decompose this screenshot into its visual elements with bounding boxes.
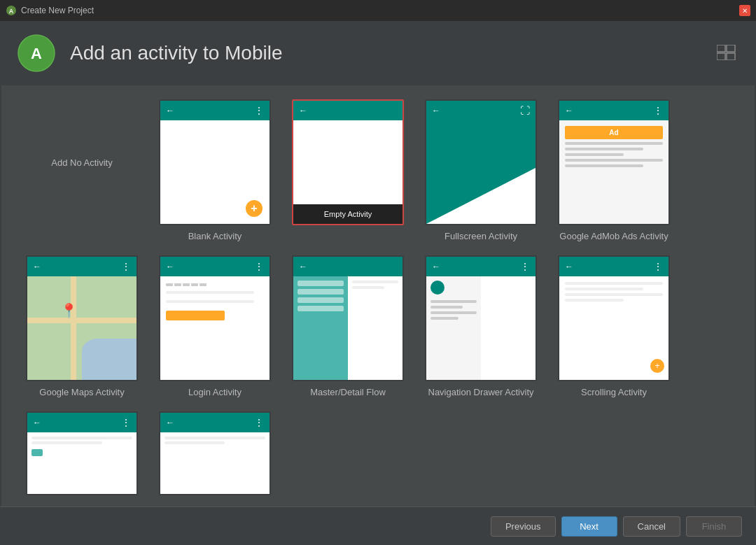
masterdetail-activity-thumb: ←: [292, 255, 404, 381]
navdrawer-activity-thumb: ← ⋮: [425, 255, 537, 381]
login-phone-body: [160, 276, 270, 380]
android-icon: A: [6, 5, 17, 16]
more-options-icon: ⋮: [254, 417, 264, 428]
activity-item-tabbed[interactable]: ← ⋮: [155, 411, 274, 495]
settings-line: [31, 441, 102, 444]
blank-activity-label: Blank Activity: [188, 231, 242, 241]
svg-text:A: A: [31, 45, 42, 62]
activity-item-blank[interactable]: ← ⋮ + Blank Activity: [155, 99, 274, 241]
back-arrow-icon: ←: [299, 106, 307, 115]
tabbed-phone-bar: ← ⋮: [160, 413, 270, 432]
back-arrow-icon: ←: [432, 262, 440, 271]
scrolling-fab: +: [650, 359, 664, 373]
title-bar: A Create New Project ✕: [0, 0, 756, 21]
activity-item-maps[interactable]: ← ⋮ 📍 Google Maps Activity: [22, 255, 141, 397]
activity-item-fullscreen[interactable]: ← ⛶ Fullscreen Activity: [421, 99, 540, 241]
blank-phone-body: +: [160, 120, 270, 224]
tabbed-phone-body: [160, 432, 270, 494]
scrolling-line: [565, 288, 643, 290]
activity-item-no-activity[interactable]: Add No Activity: [22, 99, 141, 241]
main-content: Add No Activity ← ⋮ + Blank Activity ←: [1, 85, 755, 507]
settings-line: [31, 437, 132, 439]
more-options-icon: ⋮: [121, 417, 131, 428]
android-logo: A: [17, 34, 56, 73]
layout-toggle-button[interactable]: [714, 42, 739, 65]
grid-layout-icon: [717, 45, 736, 60]
navdrawer-line-3: [430, 311, 477, 314]
scrolling-line: [565, 299, 624, 302]
more-options-icon: ⋮: [121, 261, 131, 272]
masterdetail-list: [293, 276, 348, 380]
finish-button[interactable]: Finish: [686, 516, 742, 537]
back-arrow-icon: ←: [565, 106, 573, 115]
settings-phone-bar: ← ⋮: [27, 413, 136, 432]
back-arrow-icon: ←: [166, 106, 174, 115]
maps-water: [82, 339, 136, 380]
navdrawer-phone-body: [426, 276, 536, 380]
empty-activity-bar-text: Empty Activity: [324, 210, 372, 218]
header: A Add an activity to Mobile: [0, 21, 756, 85]
svg-rect-6: [717, 53, 725, 60]
next-button[interactable]: Next: [561, 516, 617, 537]
more-options-icon: ⋮: [653, 105, 663, 116]
login-button-preview: [166, 311, 225, 320]
activity-item-login[interactable]: ← ⋮ Login Activity: [155, 255, 274, 397]
login-activity-label: Login Activity: [188, 387, 241, 397]
scrolling-line: [565, 282, 663, 285]
masterdetail-detail: [348, 276, 402, 380]
scrolling-lines: [559, 276, 668, 307]
maps-phone-body: 📍: [27, 276, 136, 380]
blank-fab-button: +: [246, 200, 262, 217]
login-phone-bar: ← ⋮: [160, 257, 270, 276]
previous-button[interactable]: Previous: [491, 516, 556, 537]
empty-activity-label-bar: Empty Activity: [293, 204, 402, 224]
svg-rect-7: [727, 53, 735, 60]
login-line-2: [166, 300, 254, 303]
no-activity-label: Add No Activity: [51, 157, 112, 168]
maps-pin: 📍: [60, 302, 78, 319]
admob-line-3: [565, 153, 624, 156]
navdrawer-line-1: [430, 300, 477, 303]
list-item: [298, 281, 344, 286]
settings-activity-thumb: ← ⋮: [26, 411, 138, 495]
fullscreen-activity-thumb: ← ⛶: [425, 99, 537, 225]
activity-item-masterdetail[interactable]: ← Master/Detail Flow: [288, 255, 407, 397]
tabbed-line: [164, 437, 265, 439]
detail-line: [352, 281, 398, 283]
fullscreen-body: [426, 120, 536, 224]
list-item: [298, 306, 344, 311]
expand-icon: ⛶: [520, 105, 530, 116]
admob-line-2: [565, 148, 643, 150]
settings-phone-body: [27, 432, 136, 494]
login-stars: [166, 283, 264, 286]
back-arrow-icon: ←: [33, 262, 41, 271]
empty-activity-thumb: ← Empty Activity: [292, 99, 404, 225]
back-arrow-icon: ←: [565, 262, 573, 271]
scrolling-line: [565, 293, 663, 296]
close-button[interactable]: ✕: [739, 5, 750, 16]
back-arrow-icon: ←: [432, 106, 440, 115]
maps-activity-label: Google Maps Activity: [39, 387, 124, 397]
activity-item-scrolling[interactable]: ← ⋮ + Scrolling Activity: [554, 255, 673, 397]
admob-line-1: [565, 142, 663, 145]
activity-item-admob[interactable]: ← ⋮ Ad Google AdMob Ads Activity: [554, 99, 673, 241]
more-options-icon: ⋮: [520, 261, 530, 272]
admob-activity-thumb: ← ⋮ Ad: [558, 99, 670, 225]
cancel-button[interactable]: Cancel: [623, 516, 680, 537]
more-options-icon: ⋮: [653, 261, 663, 272]
navdrawer-phone-bar: ← ⋮: [426, 257, 536, 276]
more-options-icon: ⋮: [254, 105, 264, 116]
svg-text:A: A: [9, 8, 14, 15]
fullscreen-activity-label: Fullscreen Activity: [444, 231, 517, 241]
more-options-icon: ⋮: [254, 261, 264, 272]
activity-item-settings[interactable]: ← ⋮: [22, 411, 141, 495]
admob-phone-bar: ← ⋮: [559, 101, 668, 120]
tabbed-activity-thumb: ← ⋮: [159, 411, 271, 495]
blank-activity-thumb: ← ⋮ +: [159, 99, 271, 225]
scrolling-activity-thumb: ← ⋮ +: [558, 255, 670, 381]
activity-item-navdrawer[interactable]: ← ⋮ Navigation Drawer Activity: [421, 255, 540, 397]
activity-item-empty[interactable]: ← Empty Activity: [288, 99, 407, 241]
list-item: [298, 297, 344, 303]
maps-phone-bar: ← ⋮: [27, 257, 136, 276]
list-item: [298, 289, 344, 295]
